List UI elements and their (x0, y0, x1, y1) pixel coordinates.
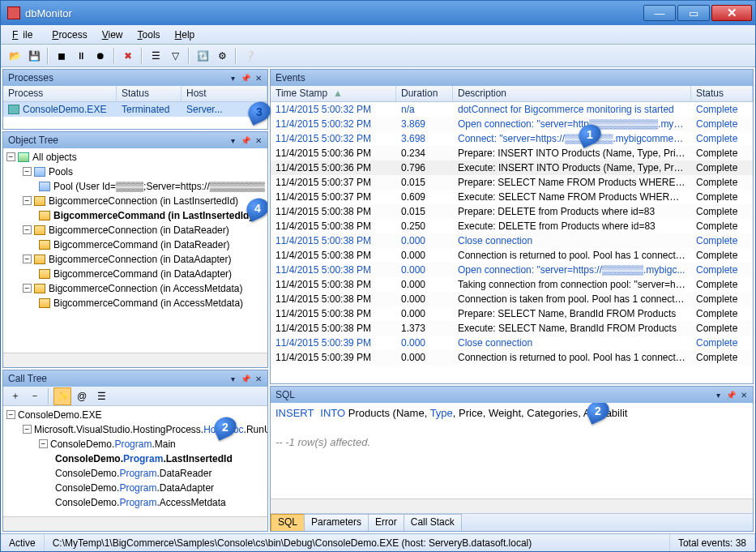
expand-icon[interactable]: ＋ (6, 387, 24, 405)
collapse-icon[interactable]: − (6, 410, 15, 419)
dropdown-icon[interactable]: ▾ (712, 389, 724, 400)
tree-command[interactable]: BigcommerceCommand (in AccessMetdata) (39, 296, 266, 310)
minimize-button[interactable]: — (643, 5, 676, 21)
col-status[interactable]: Status (691, 86, 753, 101)
close-icon[interactable]: ✕ (253, 72, 264, 83)
col-duration[interactable]: Duration (396, 86, 453, 101)
pause-icon[interactable]: ⏸ (72, 47, 90, 65)
sql-header[interactable]: SQL ▾ 📌 ✕ (271, 387, 753, 403)
tree-pool-item[interactable]: Pool (User Id=▒▒▒▒;Server=https://▒▒▒▒▒▒… (39, 179, 266, 194)
tree-pools[interactable]: −Pools Pool (User Id=▒▒▒▒;Server=https:/… (23, 165, 266, 194)
collapse-icon[interactable]: − (23, 425, 32, 434)
menu-tools[interactable]: Tools (133, 28, 165, 42)
process-row[interactable]: ConsoleDemo.EXE Terminated Server... 3 (3, 102, 267, 117)
ct-item[interactable]: ConsoleDemo.Program.DataReader (55, 466, 266, 481)
pin-icon[interactable]: 📌 (725, 389, 737, 400)
ct-item[interactable]: ConsoleDemo.Program.LastInsertedId (55, 451, 266, 466)
processes-header[interactable]: Processes ▾ 📌 ✕ (3, 70, 267, 86)
stop-icon[interactable]: ◼ (53, 47, 70, 65)
event-row[interactable]: 11/4/2015 5:00:39 PM0.000Close connectio… (271, 336, 753, 350)
tree-command[interactable]: BigcommerceCommand (in DataAdapter) (39, 267, 266, 281)
ct-item[interactable]: ConsoleDemo.Program.DataAdapter (55, 481, 266, 495)
tree-connection[interactable]: −BigcommerceConnection (in DataAdapter)B… (23, 252, 266, 281)
list-icon[interactable]: ☰ (147, 47, 164, 65)
collapse-icon[interactable]: － (26, 387, 44, 405)
maximize-button[interactable]: ▭ (677, 5, 710, 21)
menu-view[interactable]: View (97, 28, 128, 42)
options-icon[interactable]: ⚙ (213, 47, 231, 65)
pin-icon[interactable]: 📌 (240, 72, 251, 83)
at-icon[interactable]: @ (73, 387, 91, 405)
horizontal-scrollbar[interactable] (3, 353, 267, 367)
record-icon[interactable]: ⏺ (92, 47, 109, 65)
horizontal-scrollbar[interactable] (271, 499, 753, 513)
dropdown-icon[interactable]: ▾ (227, 373, 238, 384)
close-icon[interactable]: ✕ (738, 389, 750, 400)
col-description[interactable]: Description (453, 86, 691, 101)
event-row[interactable]: 11/4/2015 5:00:38 PM0.015Prepare: DELETE… (271, 204, 753, 219)
close-icon[interactable]: ✕ (253, 373, 264, 384)
collapse-icon[interactable]: − (23, 225, 32, 234)
col-host[interactable]: Host (182, 86, 267, 101)
collapse-icon[interactable]: − (23, 284, 32, 293)
event-row[interactable]: 11/4/2015 5:00:38 PM0.000Connection is r… (271, 248, 753, 263)
delete-icon[interactable]: ✖ (119, 47, 137, 65)
menu-process[interactable]: Process (47, 28, 92, 42)
dropdown-icon[interactable]: ▾ (227, 72, 238, 83)
help-icon[interactable]: ❔ (241, 47, 258, 65)
tab-callstack[interactable]: Call Stack (404, 514, 462, 531)
pin-icon[interactable]: 📌 (240, 373, 251, 384)
close-icon[interactable]: ✕ (253, 135, 264, 146)
col-timestamp[interactable]: Time Stamp ▲ (271, 86, 396, 101)
tree-connection[interactable]: −BigcommerceConnection (in DataReader)Bi… (23, 223, 266, 252)
ct-item[interactable]: ConsoleDemo.Program.AccessMetdata (55, 495, 266, 510)
tree-connection[interactable]: −BigcommerceConnection (in LastInsertedI… (23, 194, 266, 223)
event-row[interactable]: 11/4/2015 5:00:32 PMn/adotConnect for Bi… (271, 102, 753, 117)
tab-error[interactable]: Error (368, 514, 404, 531)
events-body[interactable]: 11/4/2015 5:00:32 PMn/adotConnect for Bi… (271, 102, 753, 383)
collapse-icon[interactable]: − (23, 255, 32, 263)
refresh-icon[interactable]: 🔃 (194, 47, 211, 65)
close-button[interactable]: ✕ (711, 5, 752, 21)
col-process[interactable]: Process (3, 86, 117, 101)
event-row[interactable]: 11/4/2015 5:00:38 PM1.373Execute: SELECT… (271, 321, 753, 336)
event-row[interactable]: 11/4/2015 5:00:36 PM0.234Prepare: INSERT… (271, 146, 753, 160)
event-row[interactable]: 11/4/2015 5:00:38 PM0.000Open connection… (271, 263, 753, 277)
tree-connection[interactable]: −BigcommerceConnection (in AccessMetdata… (23, 281, 266, 310)
event-row[interactable]: 11/4/2015 5:00:39 PM0.000Connection is r… (271, 350, 753, 365)
call-tree-header[interactable]: Call Tree ▾ 📌 ✕ (3, 370, 267, 387)
collapse-icon[interactable]: − (6, 152, 15, 161)
collapse-icon[interactable]: − (23, 167, 32, 176)
menu-help[interactable]: Help (170, 28, 200, 42)
save-icon[interactable]: 💾 (25, 47, 43, 65)
tree-root[interactable]: −All objects −Pools Pool (User Id=▒▒▒▒;S… (6, 150, 266, 310)
event-row[interactable]: 11/4/2015 5:00:38 PM0.000Connection is t… (271, 292, 753, 306)
tab-sql[interactable]: SQL (271, 514, 305, 531)
event-row[interactable]: 11/4/2015 5:00:36 PM0.796Execute: INSERT… (271, 160, 753, 175)
titlebar[interactable]: dbMonitor — ▭ ✕ (1, 1, 755, 25)
collapse-icon[interactable]: − (23, 196, 32, 205)
object-tree[interactable]: −All objects −Pools Pool (User Id=▒▒▒▒;S… (3, 148, 267, 353)
menu-file[interactable]: File (7, 28, 42, 42)
collapse-icon[interactable]: − (39, 439, 48, 448)
sql-text[interactable]: INSERT INTO Products (Name, Type, Price,… (271, 403, 753, 499)
event-row[interactable]: 11/4/2015 5:00:37 PM0.609Execute: SELECT… (271, 190, 753, 204)
event-row[interactable]: 11/4/2015 5:00:32 PM3.869Open connection… (271, 117, 753, 131)
event-row[interactable]: 11/4/2015 5:00:38 PM0.250Execute: DELETE… (271, 219, 753, 233)
event-row[interactable]: 11/4/2015 5:00:38 PM0.000Close connectio… (271, 233, 753, 248)
event-row[interactable]: 11/4/2015 5:00:32 PM3.698Connect: "serve… (271, 131, 753, 146)
ct-main[interactable]: −ConsoleDemo.Program.Main ConsoleDemo.Pr… (39, 437, 266, 510)
col-status[interactable]: Status (117, 86, 182, 101)
event-row[interactable]: 11/4/2015 5:00:37 PM0.015Prepare: SELECT… (271, 175, 753, 190)
tree-command[interactable]: BigcommerceCommand (in DataReader) (39, 237, 266, 252)
tree-command[interactable]: BigcommerceCommand (in LastInsertedId) (39, 208, 266, 223)
dropdown-icon[interactable]: ▾ (227, 135, 238, 146)
object-tree-header[interactable]: Object Tree ▾ 📌 ✕ (3, 132, 267, 148)
call-tree[interactable]: −ConsoleDemo.EXE −Microsoft.VisualStudio… (3, 406, 267, 516)
filter-icon[interactable]: ▽ (166, 47, 184, 65)
open-icon[interactable]: 📂 (6, 47, 23, 65)
events-header[interactable]: Events (271, 70, 753, 86)
horizontal-scrollbar[interactable] (3, 516, 267, 531)
event-row[interactable]: 11/4/2015 5:00:38 PM0.000Taking connecti… (271, 277, 753, 292)
pin-icon[interactable]: 📌 (240, 135, 251, 146)
